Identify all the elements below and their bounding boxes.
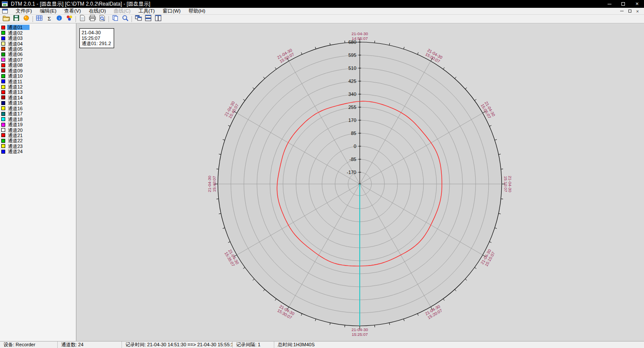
sum-button[interactable]: Σ — [44, 15, 54, 23]
channel-item-8[interactable]: 通道08 — [1, 62, 76, 68]
channel-label: 通道02 — [7, 30, 23, 36]
print-preview-button[interactable] — [97, 15, 107, 23]
channel-item-18[interactable]: 通道18 — [1, 116, 76, 121]
channel-color-swatch — [1, 112, 5, 116]
svg-text:595: 595 — [348, 53, 356, 58]
channel-item-10[interactable]: 通道10 — [1, 73, 76, 79]
channel-item-15[interactable]: 通道15 — [1, 100, 76, 105]
channel-item-4[interactable]: 通道04 — [1, 41, 76, 46]
window-controls: × — [602, 0, 644, 8]
menu-item-7[interactable]: 帮助(H) — [184, 7, 209, 15]
channel-item-14[interactable]: 通道14 — [1, 95, 76, 100]
child-close-icon: × — [636, 9, 639, 14]
record-button[interactable] — [21, 15, 31, 23]
channel-color-swatch — [1, 26, 5, 30]
channel-label: 通道06 — [7, 52, 23, 57]
channel-item-23[interactable]: 通道23 — [1, 144, 76, 149]
close-icon: × — [635, 0, 639, 7]
menu-item-6[interactable]: 窗口(W) — [159, 7, 185, 15]
channel-color-swatch — [1, 85, 5, 89]
channel-color-swatch — [1, 133, 5, 137]
channel-color-swatch — [1, 128, 5, 132]
zoom-icon — [122, 15, 128, 23]
cascade-windows-button[interactable] — [133, 15, 143, 23]
channel-color-swatch — [1, 74, 5, 78]
svg-text:170: 170 — [348, 118, 356, 123]
close-button[interactable]: × — [630, 0, 644, 8]
child-close-button[interactable]: × — [634, 8, 641, 14]
channel-label: 通道01 — [7, 25, 30, 30]
maximize-icon — [621, 2, 625, 6]
new-page-button[interactable] — [77, 15, 87, 23]
info-button[interactable]: i — [54, 15, 64, 23]
channel-item-22[interactable]: 通道22 — [1, 138, 76, 143]
palette-button[interactable] — [64, 15, 74, 23]
time-label: 21-04-3014:55:07 — [352, 31, 368, 41]
open-folder-button[interactable] — [1, 15, 11, 23]
channel-color-swatch — [1, 95, 5, 99]
save-data-button[interactable] — [11, 15, 21, 23]
channel-item-13[interactable]: 通道13 — [1, 89, 76, 95]
menu-item-3[interactable]: 在线(O) — [85, 7, 110, 15]
tile-horizontal-button[interactable] — [143, 15, 153, 23]
tile-vertical-button[interactable] — [153, 15, 163, 23]
channel-item-2[interactable]: 通道02 — [1, 30, 76, 35]
menu-item-5[interactable]: 工具(T) — [135, 7, 159, 15]
svg-text:0: 0 — [354, 144, 356, 149]
minimize-button[interactable] — [602, 0, 616, 8]
chart-area[interactable]: 680595510425340255170850-85-17021-04-301… — [76, 23, 644, 341]
channel-item-3[interactable]: 通道03 — [1, 36, 76, 41]
channel-label: 通道24 — [7, 149, 23, 154]
status-segment-4: 总时间:1H3M40S — [274, 341, 361, 348]
channel-item-17[interactable]: 通道17 — [1, 111, 76, 116]
print-button[interactable] — [87, 15, 97, 23]
sum-icon: Σ — [46, 15, 53, 23]
menubar: 文件(F)编辑(E)查看(V)在线(O)曲线(C)工具(T)窗口(W)帮助(H)… — [0, 8, 644, 15]
channel-item-7[interactable]: 通道07 — [1, 57, 76, 62]
channel-label: 通道17 — [7, 111, 23, 116]
svg-text:Σ: Σ — [48, 15, 51, 22]
info-icon: i — [56, 15, 62, 23]
channel-label: 通道09 — [7, 68, 23, 73]
menu-item-4[interactable]: 曲线(C) — [110, 7, 135, 15]
new-page-icon — [79, 15, 85, 23]
channel-label: 通道14 — [7, 95, 23, 100]
channel-item-21[interactable]: 通道21 — [1, 133, 76, 138]
maximize-button[interactable] — [616, 0, 630, 8]
menu-item-2[interactable]: 查看(V) — [60, 7, 85, 15]
channel-label: 通道10 — [7, 73, 23, 79]
channel-color-swatch — [1, 47, 5, 51]
time-label: 21-04-3015:40:07 — [207, 176, 217, 192]
channel-item-24[interactable]: 通道24 — [1, 149, 76, 154]
channel-label: 通道07 — [7, 57, 23, 62]
menu-item-0[interactable]: 文件(F) — [12, 7, 36, 15]
channel-item-19[interactable]: 通道19 — [1, 122, 76, 127]
channel-item-1[interactable]: 通道01 — [1, 25, 76, 30]
copy-button[interactable] — [110, 15, 120, 23]
statusbar: 设备: Recorder通道数: 24记录时间: 21-04-30 14:51:… — [0, 341, 644, 348]
zoom-button[interactable] — [120, 15, 130, 23]
child-minimize-button[interactable] — [618, 8, 626, 14]
channel-item-9[interactable]: 通道09 — [1, 68, 76, 73]
tooltip-time: 15:25:07 — [82, 36, 111, 41]
child-window-icon[interactable] — [2, 8, 9, 14]
channel-item-6[interactable]: 通道06 — [1, 52, 76, 57]
channel-color-swatch — [1, 123, 5, 127]
menu-item-1[interactable]: 编辑(E) — [36, 7, 60, 15]
time-label: 21-04-3015:25:07 — [352, 327, 368, 337]
table-button[interactable] — [34, 15, 44, 23]
channel-color-swatch — [1, 139, 5, 143]
child-minimize-icon — [620, 11, 624, 11]
channel-item-20[interactable]: 通道20 — [1, 127, 76, 132]
time-label: 21-04-3015:10:07 — [503, 176, 513, 192]
toolbar-separator — [108, 16, 109, 22]
channel-item-16[interactable]: 通道16 — [1, 106, 76, 111]
channel-item-5[interactable]: 通道05 — [1, 46, 76, 52]
child-restore-button[interactable] — [626, 8, 634, 14]
table-icon — [36, 15, 43, 23]
channel-item-12[interactable]: 通道12 — [1, 84, 76, 89]
cascade-windows-icon — [135, 15, 142, 23]
svg-text:-85: -85 — [349, 157, 356, 162]
record-icon — [23, 15, 30, 23]
channel-item-11[interactable]: 通道11 — [1, 79, 76, 84]
